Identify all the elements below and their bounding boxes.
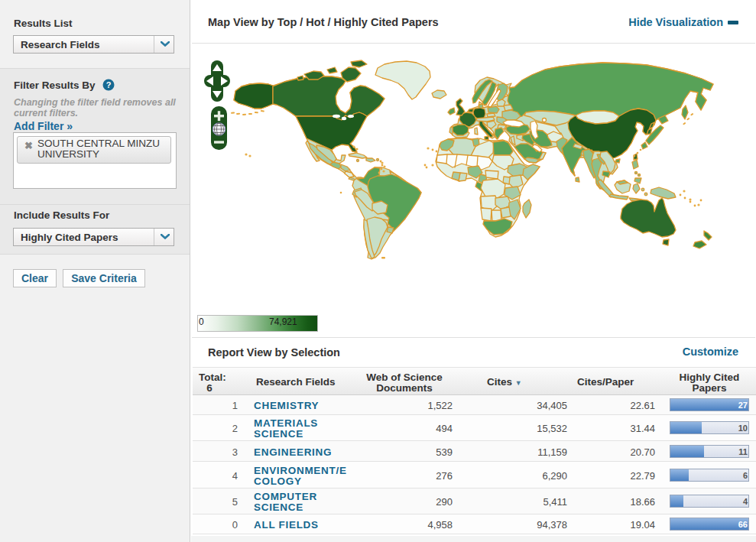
svg-text:?: ?	[106, 80, 112, 89]
